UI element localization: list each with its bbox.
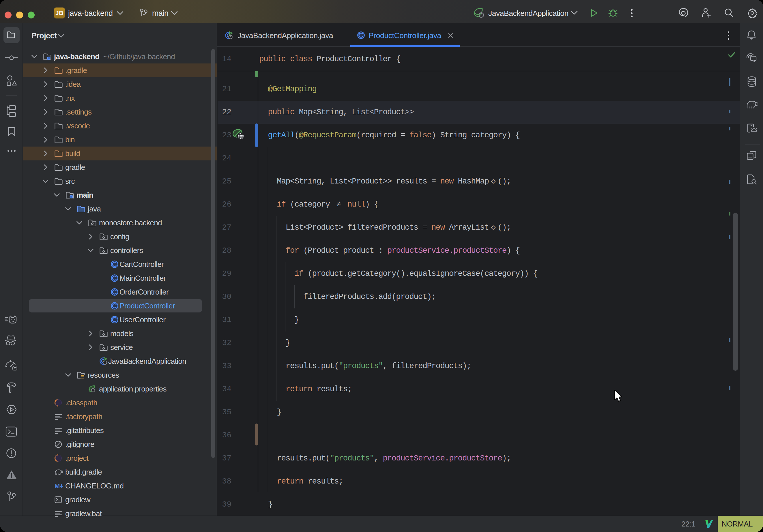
svg-text:M: M (54, 482, 60, 489)
